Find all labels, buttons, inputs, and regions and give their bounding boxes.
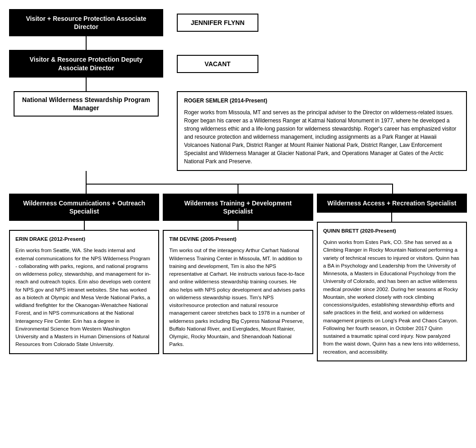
tim-devine-text: Tim works out of the interagency Arthur … (169, 247, 306, 348)
col3-container: Wilderness Access + Recreation Specialis… (317, 194, 467, 361)
program-manager-title: National Wilderness Stewardship Program … (14, 91, 159, 117)
quinn-brett-bio: QUINN BRETT (2020-Present) Quinn works f… (317, 222, 467, 361)
quinn-brett-text: Quinn works from Estes Park, CO. She has… (323, 239, 461, 356)
tim-devine-name: TIM DEVINE (2005-Present) (169, 235, 306, 243)
roger-semler-bio: ROGER SEMLER (2014-Present) Roger works … (177, 91, 467, 171)
quinn-brett-name: QUINN BRETT (2020-Present) (323, 227, 461, 235)
roger-semler-text: Roger works from Missoula, MT and serves… (184, 108, 460, 166)
vacant-box: VACANT (177, 55, 258, 73)
col1-title: Wilderness Communications + Outreach Spe… (9, 194, 159, 221)
roger-semler-name: ROGER SEMLER (2014-Present) (184, 97, 460, 105)
col3-title: Wilderness Access + Recreation Specialis… (317, 194, 467, 213)
col2-title: Wilderness Training + Development Specia… (163, 194, 313, 221)
deputy-director-title: Visitor & Resource Protection Deputy Ass… (9, 50, 163, 77)
org-chart: Visitor + Resource Protection Associate … (9, 9, 467, 361)
erin-drake-text: Erin works from Seattle, WA. She leads i… (15, 247, 153, 348)
erin-drake-name: ERIN DRAKE (2012-Present) (15, 235, 153, 243)
col2-container: Wilderness Training + Development Specia… (163, 194, 313, 354)
assoc-director-title: Visitor + Resource Protection Associate … (9, 9, 163, 36)
jennifer-flynn-box: JENNIFER FLYNN (177, 14, 258, 32)
tim-devine-bio: TIM DEVINE (2005-Present) Tim works out … (163, 230, 313, 354)
col1-container: Wilderness Communications + Outreach Spe… (9, 194, 159, 354)
erin-drake-bio: ERIN DRAKE (2012-Present) Erin works fro… (9, 230, 159, 354)
